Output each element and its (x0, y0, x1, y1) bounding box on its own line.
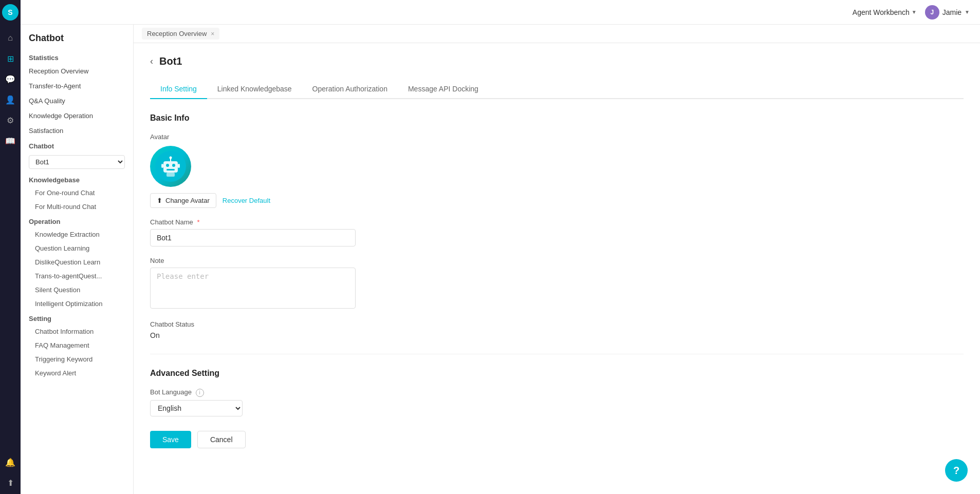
avatar-section: Avatar (150, 133, 964, 208)
chatbot-dropdown[interactable]: Bot1 Bot2 (21, 152, 133, 172)
bot-language-group: Bot Language i English Chinese Spanish F… (150, 388, 964, 416)
user-info[interactable]: J Jamie ▼ (925, 5, 970, 20)
svg-rect-4 (167, 169, 175, 170)
chatbot-name-group: Chatbot Name * (150, 218, 964, 246)
nav-item-faq-management[interactable]: FAQ Management (21, 338, 133, 352)
basic-info-title: Basic Info (150, 113, 964, 123)
tab-operation-authorization[interactable]: Operation Authorization (302, 80, 398, 99)
svg-point-2 (166, 164, 169, 167)
action-buttons: Save Cancel (150, 431, 964, 448)
page-title: Bot1 (159, 55, 182, 67)
nav-item-one-round[interactable]: For One-round Chat (21, 186, 133, 200)
breadcrumb-label: Reception Overview (147, 30, 207, 37)
nav-item-keyword-alert[interactable]: Keyword Alert (21, 366, 133, 380)
home-icon[interactable]: ⌂ (1, 29, 20, 47)
book-icon[interactable]: 📖 (1, 131, 20, 150)
svg-rect-1 (163, 161, 178, 173)
advanced-setting-title: Advanced Setting (150, 369, 964, 378)
bot-language-label: Bot Language i (150, 388, 964, 397)
note-label: Note (150, 257, 964, 264)
save-button[interactable]: Save (150, 431, 191, 448)
chat-icon[interactable]: 💬 (1, 70, 20, 88)
recover-default-button[interactable]: Recover Default (223, 197, 270, 204)
statistics-section-title: Statistics (21, 50, 133, 64)
topbar: Agent Workbench ▼ J Jamie ▼ (0, 0, 980, 25)
upload-icon[interactable]: ⬆ (1, 473, 20, 492)
nav-item-triggering-keyword[interactable]: Triggering Keyword (21, 352, 133, 366)
main-content: ‹ Bot1 Info Setting Linked Knowledgebase… (134, 43, 980, 494)
nav-item-satisfaction[interactable]: Satisfaction (21, 123, 133, 138)
change-avatar-label: Change Avatar (165, 197, 210, 204)
chatbot-section-title: Chatbot (21, 138, 133, 152)
note-group: Note (150, 257, 964, 310)
back-button[interactable]: ‹ (150, 56, 153, 67)
operation-section-title: Operation (21, 214, 133, 227)
svg-point-6 (170, 157, 172, 159)
topbar-right: Agent Workbench ▼ J Jamie ▼ (853, 5, 970, 20)
chatbot-name-label: Chatbot Name * (150, 218, 964, 226)
user-name: Jamie (942, 8, 961, 16)
chatbot-status-group: Chatbot Status On (150, 320, 964, 339)
breadcrumb-close-btn[interactable]: × (211, 30, 214, 37)
svg-rect-9 (167, 173, 175, 177)
setting-section-title: Setting (21, 311, 133, 325)
user-chevron: ▼ (965, 9, 970, 15)
nav-item-silent-question[interactable]: Silent Question (21, 283, 133, 297)
avatar-display (150, 146, 191, 187)
chatbot-select[interactable]: Bot1 Bot2 (29, 155, 125, 169)
breadcrumb-bar: Reception Overview × (134, 25, 980, 43)
nav-item-multi-round[interactable]: For Multi-round Chat (21, 200, 133, 214)
avatar-buttons: ⬆ Change Avatar Recover Default (150, 193, 964, 208)
svg-rect-7 (161, 164, 163, 168)
section-divider (150, 354, 964, 354)
change-avatar-button[interactable]: ⬆ Change Avatar (150, 193, 216, 208)
cancel-button[interactable]: Cancel (197, 431, 246, 448)
upload-icon-small: ⬆ (157, 197, 162, 204)
icon-sidebar: S ⌂ ⊞ 💬 👤 ⚙ 📖 🔔 ⬆ (0, 0, 21, 494)
required-indicator: * (197, 218, 199, 226)
nav-item-intelligent-opt[interactable]: Intelligent Optimization (21, 297, 133, 311)
user-avatar: J (925, 5, 939, 20)
agent-workbench-label: Agent Workbench (853, 8, 910, 16)
avatar-label: Avatar (150, 133, 964, 141)
gear-icon[interactable]: ⚙ (1, 111, 20, 129)
note-textarea[interactable] (150, 268, 356, 309)
app-logo: S (2, 4, 19, 21)
bot-language-select[interactable]: English Chinese Spanish French (150, 400, 243, 416)
nav-item-reception-overview[interactable]: Reception Overview (21, 64, 133, 79)
chatbot-name-input[interactable] (150, 229, 356, 246)
tab-info-setting[interactable]: Info Setting (150, 80, 207, 99)
tab-message-api-docking[interactable]: Message API Docking (398, 80, 489, 99)
breadcrumb-tab[interactable]: Reception Overview × (142, 28, 219, 40)
agent-workbench-selector[interactable]: Agent Workbench ▼ (853, 8, 917, 16)
help-button[interactable]: ? (945, 459, 968, 482)
nav-item-trans-agent-quest[interactable]: Trans-to-agentQuest... (21, 269, 133, 283)
grid-icon[interactable]: ⊞ (1, 49, 20, 68)
person-icon[interactable]: 👤 (1, 90, 20, 109)
chatbot-status-value: On (150, 331, 964, 339)
svg-point-3 (172, 164, 175, 167)
avatar-image (155, 151, 186, 182)
left-nav-title: Chatbot (21, 33, 133, 50)
nav-item-transfer-to-agent[interactable]: Transfer-to-Agent (21, 79, 133, 93)
nav-item-knowledge-operation[interactable]: Knowledge Operation (21, 108, 133, 123)
nav-item-dislike-question[interactable]: DislikeQuestion Learn (21, 255, 133, 269)
nav-item-knowledge-extraction[interactable]: Knowledge Extraction (21, 227, 133, 241)
agent-workbench-chevron: ▼ (912, 9, 917, 15)
chatbot-status-label: Chatbot Status (150, 320, 964, 328)
knowledgebase-section-title: Knowledgebase (21, 172, 133, 186)
bot-language-info-icon[interactable]: i (196, 389, 204, 397)
tab-linked-knowledgebase[interactable]: Linked Knowledgebase (207, 80, 302, 99)
bell-icon[interactable]: 🔔 (1, 453, 20, 471)
nav-item-chatbot-info[interactable]: Chatbot Information (21, 325, 133, 338)
svg-rect-8 (178, 164, 180, 168)
nav-item-question-learning[interactable]: Question Learning (21, 241, 133, 255)
nav-item-qa-quality[interactable]: Q&A Quality (21, 93, 133, 108)
page-header: ‹ Bot1 (150, 55, 964, 67)
tabs-bar: Info Setting Linked Knowledgebase Operat… (150, 80, 964, 99)
left-nav: Chatbot Statistics Reception Overview Tr… (21, 25, 134, 494)
